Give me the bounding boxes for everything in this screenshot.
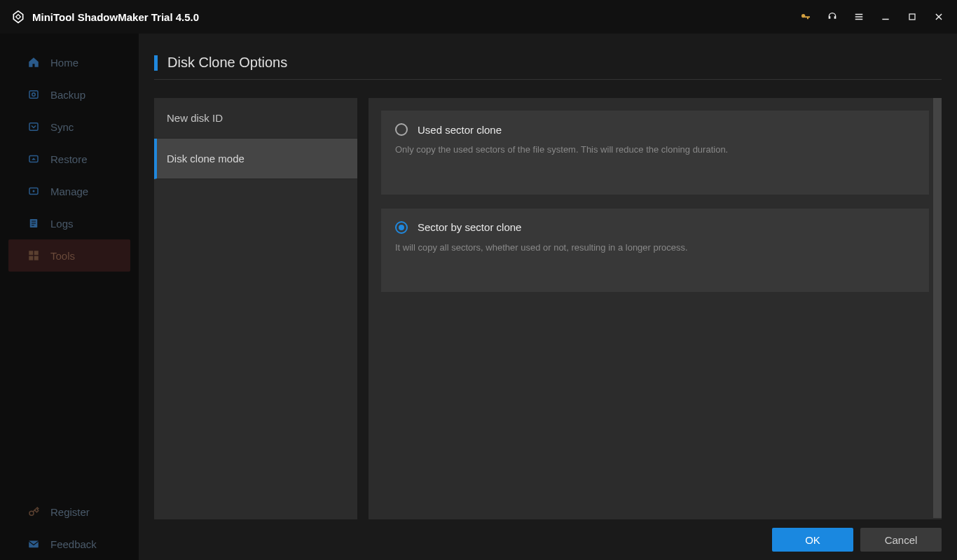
sidebar-item-label: Register <box>50 506 90 518</box>
svg-rect-11 <box>34 256 39 260</box>
scrollbar[interactable] <box>933 98 942 518</box>
sidebar-item-label: Sync <box>50 121 74 133</box>
page-title: Disk Clone Options <box>167 55 287 71</box>
content-area: Disk Clone Options New disk ID Disk clon… <box>139 34 957 560</box>
svg-point-6 <box>33 190 35 192</box>
cancel-button[interactable]: Cancel <box>860 528 942 552</box>
key-icon[interactable] <box>799 10 813 24</box>
backup-icon <box>27 88 41 102</box>
svg-rect-10 <box>29 256 33 260</box>
sidebar-item-manage[interactable]: Manage <box>0 175 139 207</box>
titlebar: MiniTool ShadowMaker Trial 4.5.0 <box>0 0 957 34</box>
home-icon <box>27 55 41 69</box>
maximize-icon[interactable] <box>905 10 919 24</box>
footer: OK Cancel <box>154 519 942 552</box>
svg-rect-13 <box>29 541 39 548</box>
svg-point-2 <box>32 93 36 97</box>
sidebar-item-label: Tools <box>50 250 75 262</box>
minimize-icon[interactable] <box>879 10 893 24</box>
ok-button[interactable]: OK <box>772 528 853 552</box>
svg-rect-8 <box>29 251 33 255</box>
manage-icon <box>27 184 41 198</box>
sidebar-item-label: Logs <box>50 218 74 230</box>
option-tab-label: Disk clone mode <box>167 153 245 164</box>
right-panel: Used sector clone Only copy the used sec… <box>369 98 942 519</box>
sidebar-item-label: Home <box>50 57 78 69</box>
titlebar-left: MiniTool ShadowMaker Trial 4.5.0 <box>11 10 199 24</box>
app-title: MiniTool ShadowMaker Trial 4.5.0 <box>32 11 199 23</box>
titlebar-right <box>799 10 946 24</box>
radio-row: Sector by sector clone <box>395 221 915 234</box>
sidebar-item-tools[interactable]: Tools <box>8 239 130 272</box>
logs-icon <box>27 216 41 230</box>
close-icon[interactable] <box>932 10 946 24</box>
radio-title: Used sector clone <box>418 124 502 136</box>
radio-title: Sector by sector clone <box>418 221 521 233</box>
sidebar-item-home[interactable]: Home <box>0 46 139 78</box>
sidebar-item-restore[interactable]: Restore <box>0 143 139 175</box>
headset-icon[interactable] <box>825 10 839 24</box>
sidebar: Home Backup Sync Restore Manage <box>0 34 139 560</box>
radio-description: It will copy all sectors, whether used o… <box>395 241 915 255</box>
sidebar-item-label: Feedback <box>50 538 97 550</box>
svg-rect-3 <box>29 123 38 131</box>
sidebar-item-label: Backup <box>50 89 85 101</box>
app-icon <box>11 10 25 24</box>
radio-sector-by-sector-clone[interactable]: Sector by sector clone It will copy all … <box>381 209 929 293</box>
sidebar-spacer <box>0 272 139 496</box>
menu-icon[interactable] <box>852 10 866 24</box>
svg-rect-1 <box>29 91 38 99</box>
tools-icon <box>27 248 41 262</box>
option-tab-new-disk-id[interactable]: New disk ID <box>154 98 357 139</box>
sync-icon <box>27 120 41 134</box>
sidebar-item-feedback[interactable]: Feedback <box>0 528 139 560</box>
option-tab-label: New disk ID <box>167 112 223 124</box>
radio-description: Only copy the used sectors of the file s… <box>395 143 915 157</box>
svg-rect-0 <box>909 14 915 20</box>
option-tab-disk-clone-mode[interactable]: Disk clone mode <box>154 139 357 179</box>
left-options-panel: New disk ID Disk clone mode <box>154 98 357 519</box>
radio-used-sector-clone[interactable]: Used sector clone Only copy the used sec… <box>381 111 929 195</box>
sidebar-item-register[interactable]: Register <box>0 496 139 528</box>
sidebar-item-label: Manage <box>50 186 88 197</box>
panel-container: New disk ID Disk clone mode Used sector … <box>154 98 942 519</box>
main-container: Home Backup Sync Restore Manage <box>0 34 957 560</box>
radio-row: Used sector clone <box>395 123 915 136</box>
mail-icon <box>27 537 41 551</box>
radio-dot <box>399 225 404 230</box>
svg-point-12 <box>29 511 34 515</box>
header-accent-bar <box>154 55 158 71</box>
radio-unchecked-icon <box>395 123 408 136</box>
restore-icon <box>27 152 41 166</box>
radio-checked-icon <box>395 221 408 234</box>
sidebar-item-label: Restore <box>50 153 88 165</box>
sidebar-item-sync[interactable]: Sync <box>0 111 139 143</box>
register-key-icon <box>27 505 41 519</box>
sidebar-item-logs[interactable]: Logs <box>0 207 139 239</box>
svg-rect-9 <box>34 251 39 255</box>
page-header: Disk Clone Options <box>154 55 942 80</box>
sidebar-item-backup[interactable]: Backup <box>0 78 139 111</box>
